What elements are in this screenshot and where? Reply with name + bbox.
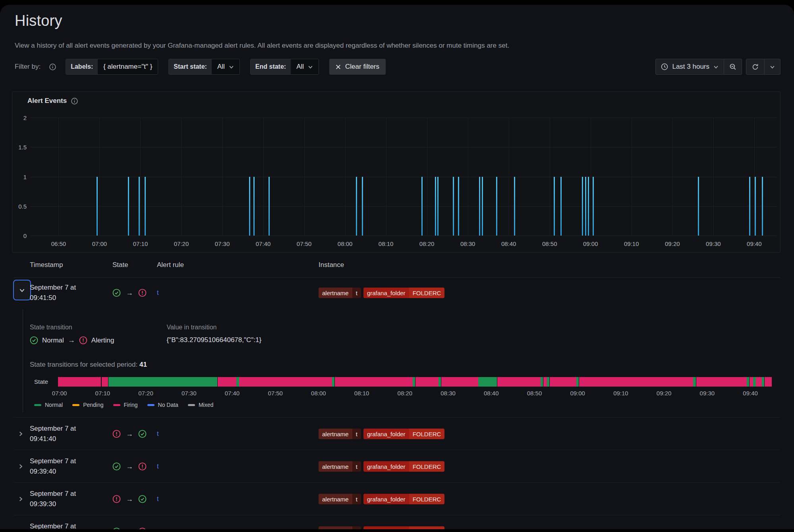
timeline-segment-firing [756, 377, 761, 387]
clear-filters-button[interactable]: Clear filters [329, 59, 386, 75]
check-circle-icon [138, 495, 147, 503]
zoom-out-time-button[interactable] [724, 59, 742, 74]
timeline-segment-firing [765, 377, 772, 387]
expand-row-button[interactable] [14, 493, 27, 505]
label-key: alertname [319, 288, 352, 298]
legend-item-mixed[interactable]: Mixed [188, 402, 213, 408]
alert-rule-link[interactable]: t [157, 430, 158, 437]
value-in-transition: {"B":83.27095106640678,"C":1} [166, 336, 261, 344]
expand-row-button[interactable] [14, 525, 27, 530]
timeline-segment-firing [543, 377, 547, 387]
x-tick-label: 08:30 [460, 240, 475, 247]
clock-icon [661, 63, 668, 70]
info-icon[interactable] [71, 98, 78, 104]
exclamation-circle-icon [112, 495, 121, 503]
value-in-transition-block: Value in transition {"B":83.270951066406… [166, 324, 261, 344]
alert-rule-link[interactable]: t [157, 463, 158, 470]
timestamp-time: 09:41:40 [30, 434, 76, 444]
labels-filter-input[interactable]: { alertname="t" } [98, 59, 158, 74]
label-value: t [352, 288, 361, 298]
exclamation-circle-icon [138, 527, 147, 529]
collapse-row-button[interactable] [13, 280, 31, 300]
legend-item-pending[interactable]: Pending [72, 402, 103, 408]
x-tick-label: 08:00 [338, 240, 353, 247]
x-tick-label: 08:30 [440, 390, 456, 397]
start-state-select[interactable]: All [212, 59, 240, 74]
alert-event-bar [458, 177, 459, 236]
instance-labels: alertnametgrafana_folderFOLDERC [319, 526, 444, 529]
check-circle-icon [112, 289, 121, 297]
expand-row-button[interactable] [14, 460, 27, 473]
legend-swatch [188, 404, 195, 406]
timestamp-date: September 7 at [30, 489, 76, 499]
expand-row-button[interactable] [14, 428, 27, 440]
alert-event-bar [253, 177, 255, 236]
alert-rule-link[interactable]: t [157, 528, 158, 530]
timeline-segment-firing [497, 377, 541, 387]
alert-rule-link[interactable]: t [157, 495, 158, 502]
gridline [591, 118, 591, 236]
x-tick-label: 07:10 [133, 240, 148, 247]
time-range-picker: Last 3 hours [655, 59, 742, 75]
alert-rule-link[interactable]: t [157, 289, 158, 296]
label-key: grafana_folder [363, 461, 409, 472]
timeline-segment-normal [236, 377, 239, 387]
instance-label-badge: alertnamet [319, 428, 361, 439]
end-state-select[interactable]: All [291, 59, 319, 74]
legend-label: Mixed [199, 402, 213, 408]
timestamp-date: September 7 at [30, 456, 76, 466]
timeline-segment-normal [108, 377, 217, 387]
gridline [509, 118, 509, 236]
alert-event-bar [139, 177, 140, 236]
alert-events-chart[interactable] [30, 118, 777, 236]
x-tick-label: 07:00 [52, 390, 67, 397]
label-value: FOLDERC [409, 428, 445, 439]
legend-item-no-data[interactable]: No Data [147, 402, 178, 408]
chevron-down-icon [713, 64, 719, 70]
state-transition-cell: → [112, 527, 147, 529]
gridline [345, 118, 346, 236]
y-axis-labels: 21.510.50 [15, 118, 27, 236]
instance-label-badge: grafana_folderFOLDERC [363, 288, 444, 298]
time-range-label: Last 3 hours [672, 63, 709, 71]
timestamp-date: September 7 at [30, 521, 76, 530]
legend-item-firing[interactable]: Firing [113, 402, 138, 408]
x-tick-label: 07:50 [297, 240, 312, 247]
alert-event-bar [585, 177, 586, 236]
check-circle-icon [112, 527, 121, 529]
gridline [550, 118, 550, 236]
alert-event-bar [421, 177, 423, 236]
timeline-segment-firing [696, 377, 747, 387]
transitions-count: 41 [139, 361, 147, 368]
alert-event-bar [554, 177, 555, 236]
refresh-interval-dropdown[interactable] [764, 59, 780, 74]
alert-event-bar [249, 177, 250, 236]
x-tick-label: 09:30 [700, 390, 715, 397]
exclamation-circle-icon [138, 289, 147, 297]
x-tick-label: 07:00 [92, 240, 107, 247]
start-state-filter: Start state: All [168, 59, 240, 75]
transitions-summary: State transitions for selected period: 4… [30, 361, 147, 369]
x-tick-label: 08:20 [398, 390, 413, 397]
refresh-button[interactable] [746, 59, 764, 74]
alert-event-bar [97, 177, 98, 236]
x-tick-label: 08:50 [542, 240, 557, 247]
state-transition-cell: → [112, 462, 147, 470]
chevron-down-icon [308, 64, 313, 70]
x-tick-label: 07:10 [95, 390, 110, 397]
alert-event-bar [437, 177, 439, 236]
legend-swatch [72, 404, 79, 406]
label-key: alertname [319, 493, 352, 504]
time-range-button[interactable]: Last 3 hours [656, 59, 724, 74]
alert-event-bar [435, 177, 436, 236]
x-tick-label: 09:00 [583, 240, 598, 247]
x-tick-label: 09:10 [624, 240, 639, 247]
info-icon[interactable] [49, 64, 56, 70]
state-axis-label: State [34, 378, 48, 385]
legend-item-normal[interactable]: Normal [34, 402, 63, 408]
alert-event-bar [362, 177, 363, 236]
label-key: grafana_folder [363, 288, 409, 298]
alert-event-bar [762, 177, 763, 236]
start-state-label: Start state: [169, 59, 212, 74]
alert-event-bar [698, 177, 699, 236]
